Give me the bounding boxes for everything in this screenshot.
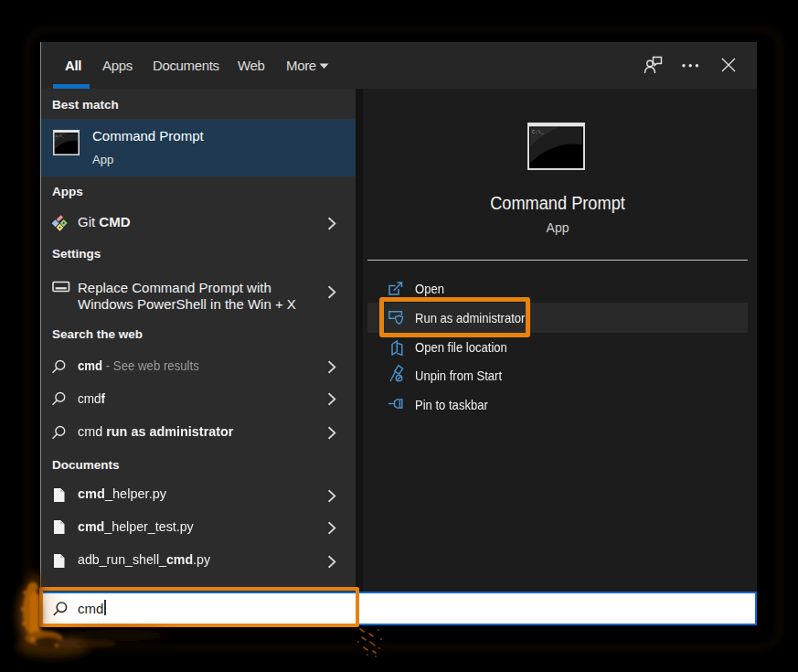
svg-text:C:\_: C:\_ — [56, 134, 66, 138]
svg-text:C:\_: C:\_ — [532, 129, 545, 135]
